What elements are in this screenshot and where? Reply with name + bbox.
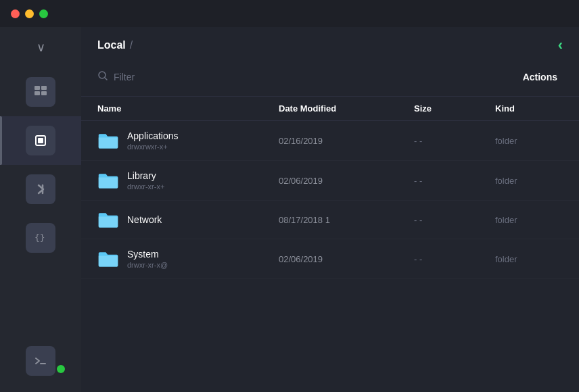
svg-rect-3 xyxy=(41,91,47,95)
breadcrumb-separator: / xyxy=(130,39,133,51)
file-info: Network xyxy=(127,214,162,225)
table-row[interactable]: Applications drwxrwxr-x+ 02/16/2019 - - … xyxy=(81,121,579,161)
table-row[interactable]: Network 08/17/2018 1 - - folder xyxy=(81,201,579,239)
sidebar: ∨ {} xyxy=(0,0,81,392)
size-cell: - - xyxy=(414,136,495,146)
file-permissions: drwxrwxr-x+ xyxy=(127,143,179,151)
maximize-button[interactable] xyxy=(39,9,48,18)
chevron-down-icon: ∨ xyxy=(37,40,45,55)
main-panel: Local / ‹ Actions Name Date Modified Siz… xyxy=(81,0,579,392)
date-modified-cell: 08/17/2018 1 xyxy=(279,215,414,225)
header-name: Name xyxy=(97,103,279,114)
stop-icon xyxy=(26,126,55,155)
table-body: Applications drwxrwxr-x+ 02/16/2019 - - … xyxy=(81,121,579,392)
header-size: Size xyxy=(414,103,495,114)
sidebar-item-terminal[interactable] xyxy=(0,341,81,381)
filterbar: Actions xyxy=(81,64,579,97)
folder-icon xyxy=(97,210,119,229)
kind-cell: folder xyxy=(495,136,563,146)
folder-icon xyxy=(97,131,119,150)
forward-icon xyxy=(26,174,55,204)
file-cell: System drwxr-xr-x@ xyxy=(97,249,279,269)
active-indicator xyxy=(57,365,65,373)
file-name: Library xyxy=(127,170,164,181)
filter-input-wrap xyxy=(97,70,517,84)
kind-cell: folder xyxy=(495,254,563,264)
file-cell: Applications drwxrwxr-x+ xyxy=(97,130,279,151)
code-icon: {} xyxy=(26,223,55,253)
file-permissions: drwxr-xr-x+ xyxy=(127,182,164,191)
file-name: System xyxy=(127,249,168,260)
size-cell: - - xyxy=(414,176,495,186)
terminal-icon xyxy=(26,346,55,376)
file-info: System drwxr-xr-x@ xyxy=(127,249,168,269)
folder-icon xyxy=(97,249,119,268)
actions-button[interactable]: Actions xyxy=(517,69,563,85)
breadcrumb: Local / xyxy=(97,39,553,51)
topbar: Local / ‹ xyxy=(81,27,579,64)
table-header: Name Date Modified Size Kind xyxy=(81,97,579,121)
sidebar-item-stop[interactable] xyxy=(0,116,81,165)
grid-icon xyxy=(26,77,55,107)
kind-cell: folder xyxy=(495,215,563,225)
file-permissions: drwxr-xr-x@ xyxy=(127,261,168,269)
filter-input[interactable] xyxy=(114,72,249,82)
file-cell: Network xyxy=(97,210,279,229)
sidebar-item-forward[interactable] xyxy=(0,165,81,214)
file-info: Applications drwxrwxr-x+ xyxy=(127,130,179,151)
search-icon xyxy=(97,70,108,84)
size-cell: - - xyxy=(414,254,495,264)
table-row[interactable]: Library drwxr-xr-x+ 02/06/2019 - - folde… xyxy=(81,161,579,201)
svg-text:{}: {} xyxy=(34,232,45,243)
file-info: Library drwxr-xr-x+ xyxy=(127,170,164,191)
header-date-modified: Date Modified xyxy=(279,103,414,114)
sidebar-collapse-button[interactable]: ∨ xyxy=(0,27,81,68)
file-name: Applications xyxy=(127,130,179,141)
size-cell: - - xyxy=(414,215,495,225)
file-name: Network xyxy=(127,214,162,225)
file-cell: Library drwxr-xr-x+ xyxy=(97,170,279,191)
titlebar xyxy=(0,0,579,27)
sidebar-bottom xyxy=(0,341,81,392)
svg-rect-1 xyxy=(41,86,47,90)
svg-rect-0 xyxy=(34,86,40,90)
date-modified-cell: 02/06/2019 xyxy=(279,176,414,186)
nav-back-button[interactable]: ‹ xyxy=(558,36,563,54)
date-modified-cell: 02/06/2019 xyxy=(279,254,414,264)
close-button[interactable] xyxy=(11,9,20,18)
svg-rect-5 xyxy=(38,138,43,143)
sidebar-item-code[interactable]: {} xyxy=(0,214,81,262)
date-modified-cell: 02/16/2019 xyxy=(279,136,414,146)
svg-rect-2 xyxy=(34,91,40,95)
header-kind: Kind xyxy=(495,103,563,114)
folder-icon xyxy=(97,171,119,190)
breadcrumb-local: Local xyxy=(97,39,126,51)
table-row[interactable]: System drwxr-xr-x@ 02/06/2019 - - folder xyxy=(81,239,579,279)
minimize-button[interactable] xyxy=(25,9,34,18)
kind-cell: folder xyxy=(495,176,563,186)
sidebar-item-grid[interactable] xyxy=(0,68,81,116)
